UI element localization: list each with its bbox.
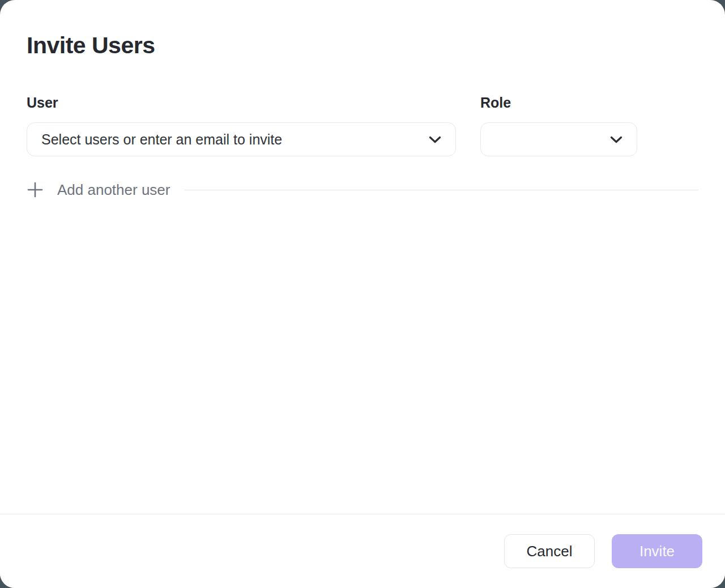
add-another-user-label: Add another user bbox=[57, 180, 170, 199]
invite-users-modal: Invite Users User Select users or enter … bbox=[0, 0, 725, 588]
add-another-user-button[interactable]: Add another user bbox=[27, 180, 170, 199]
user-select[interactable]: Select users or enter an email to invite bbox=[27, 122, 456, 156]
invite-button[interactable]: Invite bbox=[612, 534, 702, 568]
role-field: Role bbox=[480, 93, 637, 156]
plus-icon bbox=[27, 181, 44, 198]
add-another-user-row: Add another user bbox=[27, 180, 698, 199]
role-select[interactable] bbox=[480, 122, 637, 156]
fields-row: User Select users or enter an email to i… bbox=[27, 93, 698, 156]
user-field-label: User bbox=[27, 93, 456, 112]
user-field: User Select users or enter an email to i… bbox=[27, 93, 456, 156]
chevron-down-icon bbox=[610, 136, 622, 143]
modal-body: Invite Users User Select users or enter … bbox=[0, 0, 725, 199]
user-select-placeholder: Select users or enter an email to invite bbox=[41, 131, 422, 148]
role-field-label: Role bbox=[480, 93, 637, 112]
page-backdrop: Invite Users User Select users or enter … bbox=[0, 0, 725, 588]
chevron-down-icon bbox=[429, 136, 441, 143]
divider bbox=[185, 190, 698, 190]
modal-footer: Cancel Invite bbox=[0, 514, 725, 588]
modal-title: Invite Users bbox=[27, 0, 698, 59]
cancel-button[interactable]: Cancel bbox=[504, 534, 595, 568]
